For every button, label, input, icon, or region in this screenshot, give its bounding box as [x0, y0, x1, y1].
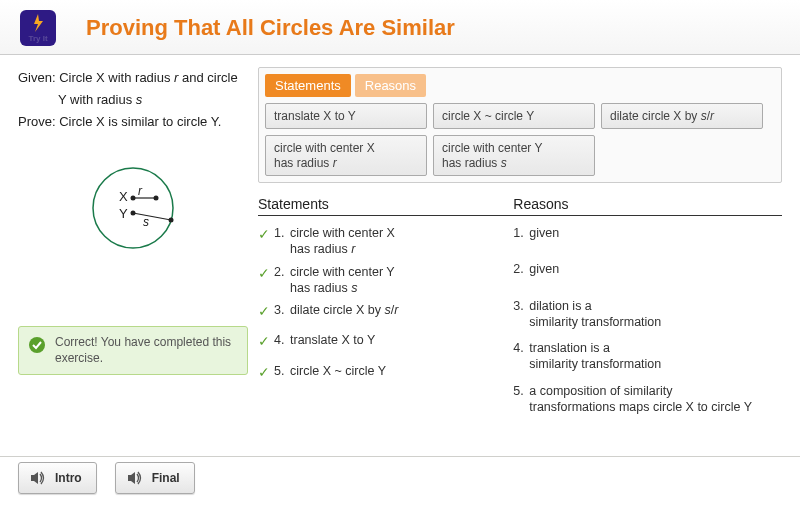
- check-icon: ✓: [258, 264, 274, 282]
- footer-divider: [0, 456, 800, 457]
- stmt-text: dilate circle X by s/r: [290, 302, 513, 318]
- speaker-icon: [29, 469, 47, 487]
- check-icon: ✓: [258, 302, 274, 320]
- tile-text: circle X ~ circle Y: [442, 109, 534, 123]
- intro-audio-button[interactable]: Intro: [18, 462, 97, 494]
- table-row: ✓1.circle with center Xhas radius r: [258, 222, 513, 261]
- tab-statements[interactable]: Statements: [265, 74, 351, 97]
- table-row: 4.translation is asimilarity transformat…: [513, 337, 782, 376]
- tile-text: translate X to Y: [274, 109, 356, 123]
- stmt-text: circle with center Xhas radius r: [290, 225, 513, 258]
- table-row: 2.given: [513, 258, 782, 280]
- statements-column: Statements ✓1.circle with center Xhas ra…: [258, 193, 513, 418]
- given-prove-block: Given: Circle X with radius r and circle…: [18, 67, 248, 133]
- reasons-header: Reasons: [513, 193, 782, 216]
- table-row: ✓3.dilate circle X by s/r: [258, 299, 513, 323]
- given-label: Given:: [18, 70, 56, 85]
- table-row: ✓5.circle X ~ circle Y: [258, 360, 513, 384]
- final-label: Final: [152, 471, 180, 485]
- table-row: 5.a composition of similaritytransformat…: [513, 380, 782, 419]
- tile[interactable]: circle with center Yhas radius s: [433, 135, 595, 176]
- proof-table: Statements ✓1.circle with center Xhas ra…: [258, 193, 782, 418]
- row-num: 1.: [274, 225, 290, 241]
- given-text: Y with radius: [58, 92, 136, 107]
- reason-text: given: [529, 225, 782, 241]
- reason-text: a composition of similaritytransformatio…: [529, 383, 782, 416]
- left-column: Given: Circle X with radius r and circle…: [18, 67, 258, 418]
- tile[interactable]: circle with center Xhas radius r: [265, 135, 427, 176]
- row-num: 1.: [513, 225, 529, 241]
- check-icon: ✓: [258, 332, 274, 350]
- main-content: Given: Circle X with radius r and circle…: [0, 55, 800, 418]
- reasons-column: Reasons 1.given 2.given 3.dilation is as…: [513, 193, 782, 418]
- reason-text: given: [529, 261, 782, 277]
- check-icon: ✓: [258, 363, 274, 381]
- tab-reasons[interactable]: Reasons: [355, 74, 426, 97]
- feedback-box: Correct! You have completed this exercis…: [18, 326, 248, 375]
- diagram-X: X: [119, 189, 128, 204]
- tile-bank: Statements Reasons translate X to Y circ…: [258, 67, 782, 183]
- table-row: 1.given: [513, 222, 782, 244]
- given-line2: Y with radius s: [18, 89, 248, 111]
- tiles-container: translate X to Y circle X ~ circle Y dil…: [265, 103, 775, 176]
- row-num: 5.: [513, 383, 529, 399]
- given-s: s: [136, 92, 143, 107]
- prove-text: Circle X is similar to circle Y.: [59, 114, 221, 129]
- prove-label: Prove:: [18, 114, 56, 129]
- row-num: 4.: [513, 340, 529, 356]
- diagram: X Y r s: [18, 158, 248, 261]
- diagram-r: r: [138, 184, 143, 198]
- tile[interactable]: translate X to Y: [265, 103, 427, 129]
- row-num: 2.: [513, 261, 529, 277]
- prove-line: Prove: Circle X is similar to circle Y.: [18, 111, 248, 133]
- reason-text: translation is asimilarity transformatio…: [529, 340, 782, 373]
- tile[interactable]: circle X ~ circle Y: [433, 103, 595, 129]
- svg-line-6: [133, 213, 171, 220]
- diagram-Y: Y: [119, 206, 128, 221]
- bank-tabs: Statements Reasons: [265, 74, 775, 97]
- check-circle-icon: [29, 337, 45, 353]
- stmt-text: translate X to Y: [290, 332, 513, 348]
- footer: Intro Final: [18, 462, 195, 494]
- header: Try It Proving That All Circles Are Simi…: [0, 0, 800, 55]
- table-row: 3.dilation is asimilarity transformation: [513, 295, 782, 334]
- row-num: 3.: [274, 302, 290, 318]
- reason-text: dilation is asimilarity transformation: [529, 298, 782, 331]
- svg-point-0: [93, 168, 173, 248]
- page-title: Proving That All Circles Are Similar: [86, 15, 455, 41]
- feedback-text: Correct! You have completed this exercis…: [55, 335, 231, 365]
- table-row: ✓2.circle with center Yhas radius s: [258, 261, 513, 300]
- tryit-label: Try It: [28, 34, 47, 43]
- row-num: 5.: [274, 363, 290, 379]
- intro-label: Intro: [55, 471, 82, 485]
- stmt-text: circle with center Yhas radius s: [290, 264, 513, 297]
- given-text: and circle: [178, 70, 237, 85]
- row-num: 3.: [513, 298, 529, 314]
- right-column: Statements Reasons translate X to Y circ…: [258, 67, 782, 418]
- table-row: ✓4.translate X to Y: [258, 329, 513, 353]
- statements-header: Statements: [258, 193, 513, 216]
- check-icon: ✓: [258, 225, 274, 243]
- stmt-text: circle X ~ circle Y: [290, 363, 513, 379]
- tile[interactable]: dilate circle X by s/r: [601, 103, 763, 129]
- final-audio-button[interactable]: Final: [115, 462, 195, 494]
- speaker-icon: [126, 469, 144, 487]
- diagram-s: s: [143, 215, 149, 229]
- row-num: 2.: [274, 264, 290, 280]
- row-num: 4.: [274, 332, 290, 348]
- tryit-icon: Try It: [20, 10, 56, 46]
- given-text: Circle X with radius: [59, 70, 174, 85]
- given-line1: Given: Circle X with radius r and circle: [18, 67, 248, 89]
